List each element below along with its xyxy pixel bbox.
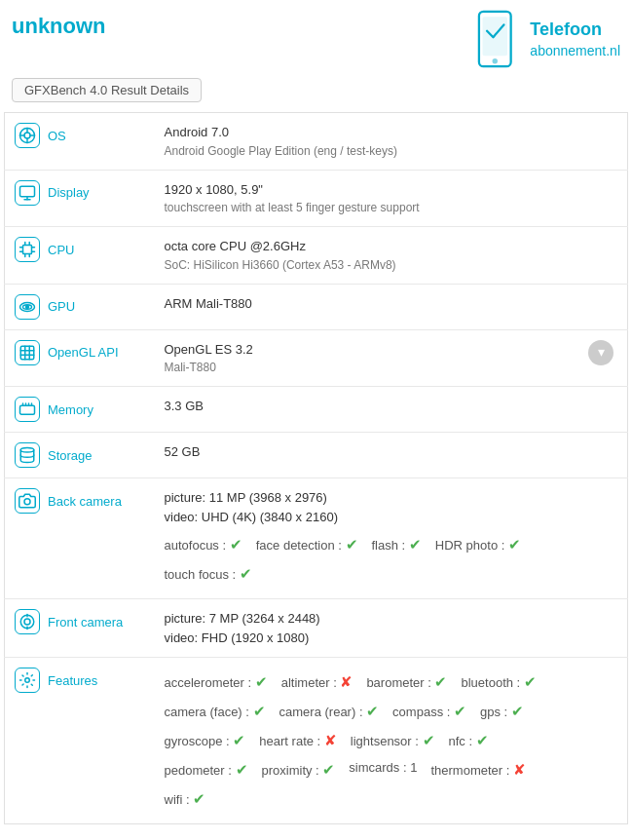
phone-icon <box>471 10 524 68</box>
cross-icon: ✘ <box>340 673 353 690</box>
camera-icon <box>15 488 40 514</box>
page-title: unknown <box>12 10 106 39</box>
check-icon: ✔ <box>454 703 466 719</box>
cross-icon: ✘ <box>513 761 526 778</box>
value-storage: 52 GB <box>151 433 628 478</box>
page-header: unknown Telefoon abonnement.nl <box>0 0 632 72</box>
display-sub: touchscreen with at least 5 finger gestu… <box>165 199 614 216</box>
row-cpu: CPUocta core CPU @2.6GHzSoC: HiSilicon H… <box>5 227 628 285</box>
camera-feat: flash : ✔ <box>372 530 422 559</box>
os-main: Android 7.0 <box>165 123 614 142</box>
display-main: 1920 x 1080, 5.9" <box>165 180 614 200</box>
value-back_camera: picture: 11 MP (3968 x 2976) video: UHD … <box>151 478 628 599</box>
check-icon: ✔ <box>409 536 422 553</box>
svg-point-23 <box>26 305 29 308</box>
svg-rect-9 <box>20 186 35 197</box>
check-icon: ✔ <box>233 732 245 748</box>
svg-point-34 <box>20 448 34 453</box>
label-features: Features <box>5 658 151 824</box>
spec-table: OSAndroid 7.0Android Google Play Edition… <box>4 112 628 824</box>
label-text-front_camera: Front camera <box>48 615 123 630</box>
value-front_camera: picture: 7 MP (3264 x 2448) video: FHD (… <box>151 599 628 658</box>
feature-item: nfc : ✔ <box>449 726 489 755</box>
row-front_camera: Front camera picture: 7 MP (3264 x 2448)… <box>5 599 628 658</box>
cpu-sub: SoC: HiSilicon Hi3660 (Cortex A53 - ARMv… <box>165 256 614 274</box>
check-icon: ✔ <box>322 761 335 778</box>
os-icon <box>15 123 40 148</box>
label-text-storage: Storage <box>48 448 93 463</box>
feature-item: camera (rear) : ✔ <box>279 697 380 726</box>
label-opengl: OpenGL API <box>5 329 151 387</box>
features-icon <box>15 668 40 693</box>
row-memory: Memory3.3 GB <box>5 387 628 433</box>
feature-item: barometer : ✔ <box>366 668 447 697</box>
label-text-back_camera: Back camera <box>48 494 122 509</box>
feature-item: gyroscope : ✔ <box>165 726 246 755</box>
opengl-dropdown[interactable]: ▾ <box>588 340 613 365</box>
value-display: 1920 x 1080, 5.9"touchscreen with at lea… <box>151 170 628 227</box>
svg-rect-29 <box>20 405 35 414</box>
cpu-icon <box>15 237 40 262</box>
row-display: Display1920 x 1080, 5.9"touchscreen with… <box>5 170 628 227</box>
value-memory: 3.3 GB <box>151 387 628 433</box>
camera-feat: autofocus : ✔ <box>165 530 242 559</box>
check-icon: ✔ <box>253 703 266 719</box>
subtitle-bar: GFXBench 4.0 Result Details <box>0 72 632 112</box>
check-icon: ✔ <box>255 673 268 690</box>
check-icon: ✔ <box>508 536 521 553</box>
check-icon: ✔ <box>236 761 248 778</box>
check-icon: ✔ <box>346 536 358 553</box>
front-camera-video: video: FHD (1920 x 1080) <box>165 629 614 648</box>
back-camera-picture: picture: 11 MP (3968 x 2976) <box>165 488 614 508</box>
cpu-main: octa core CPU @2.6GHz <box>165 237 614 256</box>
feature-item: gps : ✔ <box>480 697 524 726</box>
value-features: accelerometer : ✔altimeter : ✘barometer … <box>151 658 628 824</box>
logo-text-top: Telefoon <box>530 19 620 41</box>
check-icon: ✔ <box>511 703 524 719</box>
front-camera-icon <box>15 609 40 634</box>
logo-text-bottom-plain: abonnement <box>530 43 606 58</box>
feature-item: proximity : ✔ <box>262 755 336 784</box>
svg-point-35 <box>24 499 30 505</box>
label-gpu: GPU <box>5 284 151 329</box>
cross-icon: ✘ <box>324 732 337 748</box>
feature-item: pedometer : ✔ <box>165 755 248 784</box>
back-camera-features-row1: autofocus : ✔face detection : ✔flash : ✔… <box>165 530 614 559</box>
camera-feat: HDR photo : ✔ <box>435 530 521 559</box>
value-gpu: ARM Mali-T880 <box>151 284 628 329</box>
memory-main: 3.3 GB <box>165 397 614 416</box>
opengl-main: OpenGL ES 3.2 <box>165 340 253 360</box>
row-gpu: GPUARM Mali-T880 <box>5 284 628 329</box>
feature-item: lightsensor : ✔ <box>351 726 435 755</box>
label-display: Display <box>5 170 151 227</box>
label-storage: Storage <box>5 433 151 478</box>
gpu-main: ARM Mali-T880 <box>165 294 614 314</box>
label-os: OS <box>5 113 151 171</box>
logo-text: Telefoon abonnement.nl <box>530 19 620 59</box>
label-front_camera: Front camera <box>5 599 151 658</box>
svg-point-4 <box>24 133 30 138</box>
os-sub: Android Google Play Edition (eng / test-… <box>165 142 614 160</box>
feature-item: compass : ✔ <box>392 697 466 726</box>
display-icon <box>15 180 40 206</box>
feature-item: heart rate : ✘ <box>259 726 336 755</box>
features-row-4: wifi : ✔ <box>165 784 614 814</box>
label-text-features: Features <box>48 673 97 688</box>
feature-item: camera (face) : ✔ <box>165 697 266 726</box>
label-text-gpu: GPU <box>48 299 75 314</box>
row-os: OSAndroid 7.0Android Google Play Edition… <box>5 113 628 171</box>
value-cpu: octa core CPU @2.6GHzSoC: HiSilicon Hi36… <box>151 227 628 285</box>
value-opengl: OpenGL ES 3.2Mali-T880▾ <box>151 329 628 387</box>
svg-rect-24 <box>20 346 34 360</box>
features-row-3: pedometer : ✔proximity : ✔simcards : 1th… <box>165 755 614 784</box>
logo: Telefoon abonnement.nl <box>471 10 620 68</box>
feature-item: thermometer : ✘ <box>430 755 526 784</box>
simcards-count: 1 <box>410 760 417 775</box>
camera-feat: face detection : ✔ <box>256 530 358 559</box>
feature-item: bluetooth : ✔ <box>461 668 536 697</box>
label-text-cpu: CPU <box>48 243 74 257</box>
check-icon: ✔ <box>476 732 489 748</box>
front-camera-picture: picture: 7 MP (3264 x 2448) <box>165 609 614 629</box>
back-camera-features-row2: touch focus : ✔ <box>165 559 614 589</box>
opengl-sub: Mali-T880 <box>165 359 253 376</box>
